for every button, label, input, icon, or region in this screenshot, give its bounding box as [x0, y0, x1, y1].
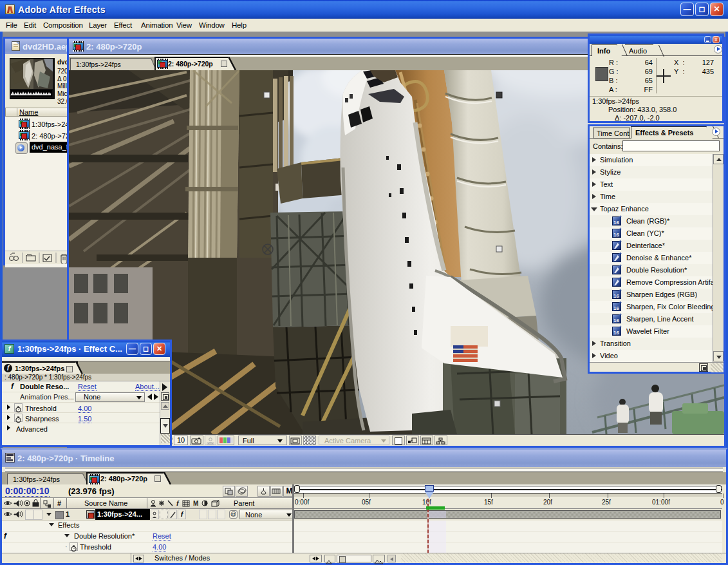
- svg-text:M: M: [193, 500, 198, 507]
- svg-text:f: f: [176, 499, 180, 507]
